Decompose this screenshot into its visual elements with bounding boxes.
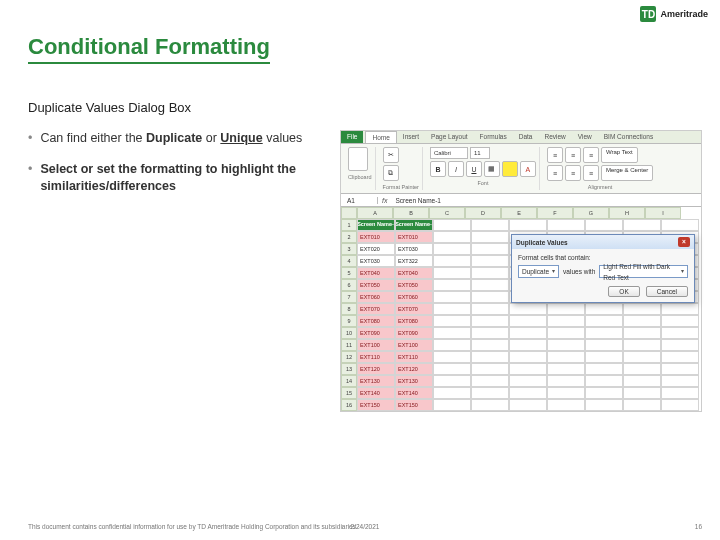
format-painter-label[interactable]: Format Painter (383, 184, 419, 190)
cell[interactable]: EXT090 (357, 327, 395, 339)
cell[interactable] (509, 327, 547, 339)
cell[interactable] (661, 303, 699, 315)
fx-icon[interactable]: fx (378, 197, 391, 204)
cell[interactable] (585, 303, 623, 315)
cell[interactable] (433, 243, 471, 255)
cell[interactable] (433, 351, 471, 363)
cell[interactable]: EXT130 (395, 375, 433, 387)
cell[interactable] (433, 363, 471, 375)
cell[interactable]: EXT130 (357, 375, 395, 387)
cell[interactable]: EXT150 (357, 399, 395, 411)
cell[interactable] (585, 219, 623, 231)
cell[interactable]: EXT140 (357, 387, 395, 399)
col-header[interactable]: G (573, 207, 609, 219)
cell[interactable] (471, 315, 509, 327)
cell[interactable] (585, 327, 623, 339)
cell[interactable] (471, 219, 509, 231)
cell[interactable] (547, 315, 585, 327)
align-top-icon[interactable]: ≡ (547, 147, 563, 163)
cell[interactable] (661, 219, 699, 231)
cell[interactable]: EXT080 (357, 315, 395, 327)
cell[interactable] (623, 219, 661, 231)
cell[interactable]: EXT110 (395, 351, 433, 363)
paste-button[interactable] (348, 147, 368, 171)
cell[interactable] (433, 399, 471, 411)
cell[interactable] (433, 255, 471, 267)
cell[interactable] (509, 375, 547, 387)
cell[interactable] (471, 243, 509, 255)
cell[interactable] (433, 291, 471, 303)
cell[interactable] (433, 279, 471, 291)
cell[interactable] (471, 279, 509, 291)
row-header[interactable]: 9 (341, 315, 357, 327)
row-header[interactable]: 7 (341, 291, 357, 303)
cell[interactable] (623, 399, 661, 411)
row-header[interactable]: 8 (341, 303, 357, 315)
fill-color-icon[interactable] (502, 161, 518, 177)
row-header[interactable]: 15 (341, 387, 357, 399)
cell[interactable] (547, 327, 585, 339)
cell[interactable] (585, 375, 623, 387)
cell[interactable]: Screen Name-2 (395, 219, 433, 231)
bold-icon[interactable]: B (430, 161, 446, 177)
cell[interactable] (661, 351, 699, 363)
cell[interactable] (471, 231, 509, 243)
cell[interactable] (547, 375, 585, 387)
cell[interactable]: EXT322 (395, 255, 433, 267)
cell[interactable]: Screen Name-1 (357, 219, 395, 231)
cell[interactable] (547, 219, 585, 231)
border-icon[interactable]: ▦ (484, 161, 500, 177)
cell[interactable] (585, 315, 623, 327)
row-header[interactable]: 3 (341, 243, 357, 255)
cell[interactable] (471, 363, 509, 375)
italic-icon[interactable]: I (448, 161, 464, 177)
copy-icon[interactable]: ⧉ (383, 165, 399, 181)
name-box[interactable]: A1 (341, 197, 378, 204)
cell[interactable]: EXT120 (357, 363, 395, 375)
row-header[interactable]: 11 (341, 339, 357, 351)
cell[interactable] (623, 375, 661, 387)
cancel-button[interactable]: Cancel (646, 286, 688, 297)
col-header[interactable]: F (537, 207, 573, 219)
cell[interactable]: EXT060 (357, 291, 395, 303)
cell[interactable] (471, 387, 509, 399)
cell[interactable]: EXT030 (395, 243, 433, 255)
cell[interactable]: EXT110 (357, 351, 395, 363)
cell[interactable]: EXT060 (395, 291, 433, 303)
cell[interactable] (433, 219, 471, 231)
cell[interactable]: EXT090 (395, 327, 433, 339)
col-header[interactable]: E (501, 207, 537, 219)
cell[interactable] (471, 255, 509, 267)
cell[interactable] (661, 399, 699, 411)
cell[interactable] (433, 303, 471, 315)
cell[interactable] (585, 399, 623, 411)
cell[interactable] (547, 387, 585, 399)
row-header[interactable]: 14 (341, 375, 357, 387)
cell[interactable] (661, 387, 699, 399)
cell[interactable] (433, 375, 471, 387)
cell[interactable] (471, 303, 509, 315)
cell[interactable] (547, 363, 585, 375)
align-bot-icon[interactable]: ≡ (583, 147, 599, 163)
ribbon-tab-insert[interactable]: Insert (397, 131, 425, 143)
format-style-select[interactable]: Light Red Fill with Dark Red Text▾ (599, 265, 688, 278)
wrap-text-button[interactable]: Wrap Text (601, 147, 638, 163)
cell[interactable] (471, 351, 509, 363)
col-header[interactable]: I (645, 207, 681, 219)
ribbon-tab-page-layout[interactable]: Page Layout (425, 131, 474, 143)
cell[interactable] (623, 387, 661, 399)
cell[interactable] (509, 315, 547, 327)
col-header[interactable]: A (357, 207, 393, 219)
ribbon-tab-view[interactable]: View (572, 131, 598, 143)
cell[interactable] (547, 399, 585, 411)
cut-icon[interactable]: ✂ (383, 147, 399, 163)
cell[interactable] (661, 315, 699, 327)
cell[interactable]: EXT010 (357, 231, 395, 243)
cell[interactable] (585, 363, 623, 375)
cell[interactable]: EXT050 (357, 279, 395, 291)
cell[interactable] (547, 339, 585, 351)
cell[interactable]: EXT100 (357, 339, 395, 351)
cell[interactable] (471, 375, 509, 387)
cell[interactable] (433, 231, 471, 243)
cell[interactable] (509, 219, 547, 231)
